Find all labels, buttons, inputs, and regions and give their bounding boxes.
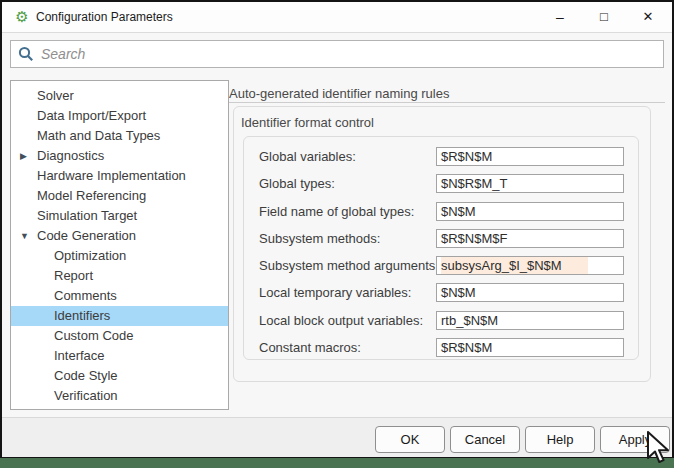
apply-button[interactable]: Apply bbox=[600, 426, 670, 453]
sidebar-item-custom-code[interactable]: Custom Code bbox=[11, 326, 228, 346]
sidebar-item-label: Verification bbox=[54, 388, 118, 403]
field-value: $N$M bbox=[441, 284, 476, 301]
field-label: Field name of global types: bbox=[259, 202, 436, 221]
field-row-local-temporary-variables: Local temporary variables:$N$M bbox=[259, 283, 638, 302]
sidebar-item-code-style[interactable]: Code Style bbox=[11, 366, 228, 386]
field-label: Subsystem method arguments: bbox=[259, 256, 436, 275]
sidebar-item-identifiers[interactable]: Identifiers bbox=[11, 306, 228, 326]
field-row-global-types: Global types:$N$R$M_T bbox=[259, 174, 638, 193]
field-row-local-block-output-variables: Local block output variables:rtb_$N$M bbox=[259, 311, 638, 330]
sidebar-item-label: Optimization bbox=[54, 248, 126, 263]
field-row-subsystem-methods: Subsystem methods:$R$N$M$F bbox=[259, 229, 638, 248]
tree-expanded-icon[interactable]: ▼ bbox=[20, 226, 29, 246]
titlebar: ⚙ Configuration Parameters – □ ✕ bbox=[2, 2, 672, 33]
close-button[interactable]: ✕ bbox=[631, 2, 665, 32]
sidebar-item-data-import-export[interactable]: Data Import/Export bbox=[11, 106, 228, 126]
field-value: $N$R$M_T bbox=[441, 175, 507, 192]
maximize-button[interactable]: □ bbox=[587, 2, 621, 32]
sidebar-item-label: Code Style bbox=[54, 368, 118, 383]
sidebar-item-code-generation[interactable]: ▼Code Generation bbox=[11, 226, 228, 246]
cancel-button[interactable]: Cancel bbox=[450, 426, 520, 453]
field-name-of-global-types-input[interactable]: $N$M bbox=[436, 202, 624, 221]
page-title: Auto-generated identifier naming rules bbox=[229, 86, 449, 101]
subsystem-method-arguments-input[interactable]: subsysArg_$I_$N$M bbox=[436, 256, 624, 275]
footer-button-bar: OKCancelHelpApply bbox=[2, 417, 672, 457]
sidebar-item-label: Diagnostics bbox=[37, 148, 104, 163]
field-label: Local block output variables: bbox=[259, 311, 436, 330]
window-title: Configuration Parameters bbox=[36, 10, 173, 24]
subsystem-methods-input[interactable]: $R$N$M$F bbox=[436, 229, 624, 248]
sidebar-item-label: Math and Data Types bbox=[37, 128, 160, 143]
search-icon bbox=[18, 46, 34, 62]
sidebar-item-hardware-implementation[interactable]: Hardware Implementation bbox=[11, 166, 228, 186]
field-label: Global types: bbox=[259, 174, 436, 193]
minimize-button[interactable]: – bbox=[543, 2, 577, 32]
global-variables-input[interactable]: $R$N$M bbox=[436, 147, 624, 166]
search-bar bbox=[10, 40, 664, 68]
sidebar-item-label: Comments bbox=[54, 288, 117, 303]
sidebar-item-label: Solver bbox=[37, 88, 74, 103]
global-types-input[interactable]: $N$R$M_T bbox=[436, 174, 624, 193]
tree-collapsed-icon[interactable]: ▶ bbox=[20, 146, 27, 166]
gear-icon: ⚙ bbox=[13, 8, 31, 26]
sidebar-item-optimization[interactable]: Optimization bbox=[11, 246, 228, 266]
field-row-constant-macros: Constant macros:$R$N$M bbox=[259, 338, 638, 357]
ok-button[interactable]: OK bbox=[375, 426, 445, 453]
sidebar-item-label: Model Referencing bbox=[37, 188, 146, 203]
field-label: Global variables: bbox=[259, 147, 436, 166]
sidebar-item-label: Report bbox=[54, 268, 93, 283]
help-button[interactable]: Help bbox=[525, 426, 595, 453]
local-block-output-variables-input[interactable]: rtb_$N$M bbox=[436, 311, 624, 330]
screen: ⚙ Configuration Parameters – □ ✕ SolverD… bbox=[0, 0, 674, 468]
field-value: rtb_$N$M bbox=[441, 312, 498, 329]
sidebar-item-label: Hardware Implementation bbox=[37, 168, 186, 183]
sidebar-item-verification[interactable]: Verification bbox=[11, 386, 228, 406]
sidebar-item-label: Simulation Target bbox=[37, 208, 137, 223]
sidebar-item-math-and-data-types[interactable]: Math and Data Types bbox=[11, 126, 228, 146]
field-value: $R$N$M bbox=[441, 148, 492, 165]
sidebar-item-label: Code Generation bbox=[37, 228, 136, 243]
sidebar-item-label: Interface bbox=[54, 348, 105, 363]
desktop-background-strip bbox=[0, 458, 674, 468]
configuration-parameters-window: ⚙ Configuration Parameters – □ ✕ SolverD… bbox=[2, 2, 672, 457]
field-label: Local temporary variables: bbox=[259, 283, 436, 302]
sidebar-item-interface[interactable]: Interface bbox=[11, 346, 228, 366]
search-input[interactable] bbox=[41, 46, 656, 62]
sidebar-item-report[interactable]: Report bbox=[11, 266, 228, 286]
field-label: Constant macros: bbox=[259, 338, 436, 357]
identifier-fields-box: Global variables:$R$N$MGlobal types:$N$R… bbox=[243, 136, 639, 360]
sidebar-item-simulation-target[interactable]: Simulation Target bbox=[11, 206, 228, 226]
field-value: $N$M bbox=[441, 203, 476, 220]
group-title: Identifier format control bbox=[241, 115, 374, 130]
sidebar-item-label: Identifiers bbox=[54, 308, 110, 323]
field-value: $R$N$M bbox=[441, 339, 492, 356]
sidebar-item-solver[interactable]: Solver bbox=[11, 86, 228, 106]
sidebar-item-model-referencing[interactable]: Model Referencing bbox=[11, 186, 228, 206]
field-row-global-variables: Global variables:$R$N$M bbox=[259, 147, 638, 166]
sidebar-item-diagnostics[interactable]: ▶Diagnostics bbox=[11, 146, 228, 166]
field-label: Subsystem methods: bbox=[259, 229, 436, 248]
heading-divider bbox=[229, 102, 665, 103]
sidebar-item-label: Data Import/Export bbox=[37, 108, 146, 123]
sidebar-item-comments[interactable]: Comments bbox=[11, 286, 228, 306]
sidebar-item-label: Custom Code bbox=[54, 328, 133, 343]
local-temporary-variables-input[interactable]: $N$M bbox=[436, 283, 624, 302]
field-row-subsystem-method-arguments: Subsystem method arguments:subsysArg_$I_… bbox=[259, 256, 638, 275]
field-row-field-name-of-global-types: Field name of global types:$N$M bbox=[259, 202, 638, 221]
constant-macros-input[interactable]: $R$N$M bbox=[436, 338, 624, 357]
identifier-fields: Global variables:$R$N$MGlobal types:$N$R… bbox=[244, 147, 638, 365]
sidebar-tree: SolverData Import/ExportMath and Data Ty… bbox=[10, 80, 229, 410]
field-value: $R$N$M$F bbox=[441, 230, 507, 247]
field-value: subsysArg_$I_$N$M bbox=[441, 257, 588, 274]
